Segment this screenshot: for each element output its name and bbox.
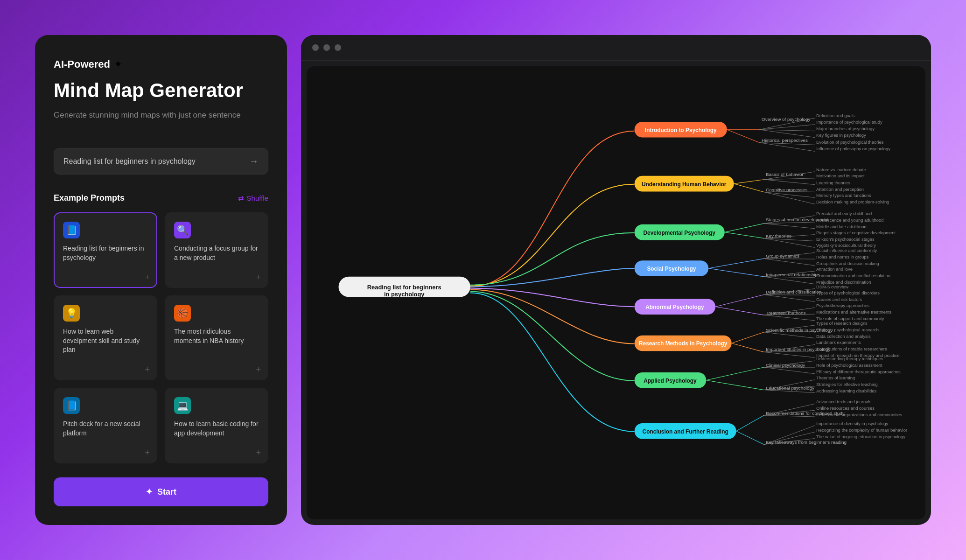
- svg-text:DSM-5 overview: DSM-5 overview: [816, 284, 848, 289]
- svg-text:Educational psychology: Educational psychology: [766, 385, 814, 391]
- svg-text:Nature vs. nurture debate: Nature vs. nurture debate: [816, 167, 866, 172]
- prompt-card-1[interactable]: 📘 Reading list for beginners in psycholo…: [54, 212, 157, 288]
- svg-text:in psychology: in psychology: [384, 291, 425, 298]
- svg-text:Major branches of psychology: Major branches of psychology: [816, 126, 875, 131]
- prompt-text-6: How to learn basic coding for app develo…: [174, 420, 259, 438]
- svg-text:Erikson's psychosocial stages: Erikson's psychosocial stages: [816, 237, 875, 242]
- svg-text:Theories of learning: Theories of learning: [816, 375, 855, 380]
- svg-text:The value of ongoing education: The value of ongoing education in psycho…: [816, 434, 905, 439]
- svg-text:Abnormal Psychology: Abnormal Psychology: [645, 304, 704, 310]
- prompt-card-2[interactable]: 🔍 Conducting a focus group for a new pro…: [165, 212, 268, 288]
- svg-text:Developmental Psychology: Developmental Psychology: [644, 230, 716, 236]
- svg-text:Professional organizations and: Professional organizations and communiti…: [816, 412, 902, 417]
- window-dot-2: [323, 44, 330, 51]
- svg-text:Advanced texts and journals: Advanced texts and journals: [816, 399, 871, 404]
- window-bar: [301, 35, 931, 61]
- svg-text:Social Psychology: Social Psychology: [647, 266, 696, 272]
- prompt-text-5: Pitch deck for a new social platform: [63, 420, 148, 438]
- shuffle-icon: ⇄: [238, 194, 244, 203]
- window-dot-3: [335, 44, 341, 51]
- brand-text: AI-Powered: [54, 58, 110, 70]
- svg-text:Overview of psychology: Overview of psychology: [762, 117, 811, 122]
- plus-icon-1: +: [145, 273, 150, 282]
- svg-text:Key theories: Key theories: [766, 233, 791, 238]
- svg-text:Social influence and conformit: Social influence and conformity: [816, 248, 877, 253]
- svg-text:Types of psychological disorde: Types of psychological disorders: [816, 290, 880, 295]
- right-panel: Reading list for beginners in psychology…: [301, 35, 931, 525]
- svg-text:Key figures in psychology: Key figures in psychology: [816, 133, 866, 138]
- svg-text:Efficacy of different therapeu: Efficacy of different therapeutic approa…: [816, 369, 901, 374]
- brand-line: AI-Powered ✦: [54, 58, 268, 70]
- mindmap-container[interactable]: Reading list for beginners in psychology…: [307, 66, 925, 519]
- svg-text:Clinical psychology: Clinical psychology: [766, 363, 805, 368]
- svg-text:Evolution of psychological the: Evolution of psychological theories: [816, 140, 884, 145]
- start-label: Start: [157, 487, 176, 497]
- svg-text:Importance of psychological st: Importance of psychological study: [816, 119, 882, 125]
- prompt-input-area[interactable]: →: [54, 148, 268, 175]
- svg-text:Piaget's stages of cognitive d: Piaget's stages of cognitive development: [816, 230, 896, 235]
- svg-text:Conclusion and Further Reading: Conclusion and Further Reading: [643, 428, 728, 435]
- svg-text:Importance of diversity in psy: Importance of diversity in psychology: [816, 421, 889, 426]
- plus-icon-6: +: [256, 448, 261, 458]
- window-dot-1: [312, 44, 319, 51]
- svg-text:Communication and conflict res: Communication and conflict resolution: [816, 273, 890, 278]
- svg-text:Data collection and analysis: Data collection and analysis: [816, 334, 871, 339]
- svg-text:Historical perspectives: Historical perspectives: [762, 138, 808, 143]
- svg-text:Causes and risk factors: Causes and risk factors: [816, 297, 862, 302]
- prompt-card-6[interactable]: 💻 How to learn basic coding for app deve…: [165, 388, 268, 463]
- svg-text:Roles and norms in groups: Roles and norms in groups: [816, 254, 869, 259]
- shuffle-button[interactable]: ⇄ Shuffle: [238, 194, 268, 203]
- prompt-text-2: Conducting a focus group for a new produ…: [174, 244, 259, 262]
- svg-text:Attraction and love: Attraction and love: [816, 266, 853, 272]
- svg-text:Addressing learning disabiliti: Addressing learning disabilities: [816, 388, 876, 393]
- prompt-text-4: The most ridiculous moments in NBA histo…: [174, 327, 259, 345]
- svg-text:Learning theories: Learning theories: [816, 180, 850, 185]
- prompt-card-5[interactable]: 📘 Pitch deck for a new social platform +: [54, 388, 157, 463]
- prompt-text-3: How to learn web develpment skill and st…: [63, 327, 148, 355]
- prompt-icon-6: 💻: [174, 397, 191, 414]
- prompts-grid: 📘 Reading list for beginners in psycholo…: [54, 212, 268, 463]
- svg-text:Psychotherapy approaches: Psychotherapy approaches: [816, 303, 869, 308]
- prompt-input[interactable]: [63, 157, 249, 166]
- svg-text:Contributions of notable resea: Contributions of notable researchers: [816, 346, 887, 351]
- svg-text:Groupthink and decision making: Groupthink and decision making: [816, 261, 879, 266]
- svg-text:Middle and late adulthood: Middle and late adulthood: [816, 224, 867, 229]
- svg-text:Definition and classification: Definition and classification: [766, 289, 821, 294]
- svg-text:Applied Psychology: Applied Psychology: [644, 378, 697, 384]
- svg-text:Medications and alternative tr: Medications and alternative treatments: [816, 309, 892, 315]
- svg-text:Influence of philosophy on psy: Influence of philosophy on psychology: [816, 146, 890, 151]
- prompt-icon-1: 📘: [63, 222, 80, 238]
- svg-text:Strategies for effective teach: Strategies for effective teaching: [816, 382, 878, 387]
- section-header: Example Prompts ⇄ Shuffle: [54, 193, 268, 203]
- mindmap-svg: Reading list for beginners in psychology…: [307, 66, 925, 519]
- start-button[interactable]: ✦ Start: [54, 477, 268, 506]
- svg-text:Role of psychological assessme: Role of psychological assessment: [816, 363, 882, 368]
- svg-text:Definition and goals: Definition and goals: [816, 113, 855, 118]
- sparkle-icon: ✦: [114, 58, 122, 70]
- shuffle-label: Shuffle: [247, 194, 268, 202]
- svg-text:Memory types and functions: Memory types and functions: [816, 193, 871, 198]
- plus-icon-3: +: [145, 365, 150, 375]
- star-icon: ✦: [146, 487, 153, 497]
- svg-text:Understanding therapy techniqu: Understanding therapy techniques: [816, 356, 883, 361]
- svg-text:Key takeaways from beginner's : Key takeaways from beginner's reading: [766, 440, 847, 445]
- prompt-icon-3: 💡: [63, 305, 80, 322]
- svg-text:Research Methods in Psychology: Research Methods in Psychology: [639, 340, 728, 347]
- plus-icon-4: +: [256, 365, 261, 375]
- prompt-text-1: Reading list for beginners in psychology: [63, 244, 148, 262]
- svg-text:Landmark experiments: Landmark experiments: [816, 340, 861, 345]
- svg-text:Reading list for beginners: Reading list for beginners: [367, 284, 441, 291]
- prompt-card-4[interactable]: 🏀 The most ridiculous moments in NBA his…: [165, 295, 268, 380]
- plus-icon-2: +: [256, 273, 261, 282]
- app-subtitle: Generate stunning mind maps with just on…: [54, 111, 268, 120]
- svg-text:Adolescence and young adulthoo: Adolescence and young adulthood: [816, 217, 883, 223]
- svg-text:Motivation and its impact: Motivation and its impact: [816, 173, 865, 178]
- submit-arrow-icon[interactable]: →: [249, 156, 259, 167]
- plus-icon-5: +: [145, 448, 150, 458]
- prompt-icon-5: 📘: [63, 397, 80, 414]
- svg-text:Understanding Human Behavior: Understanding Human Behavior: [642, 181, 727, 188]
- prompt-icon-2: 🔍: [174, 222, 191, 238]
- svg-text:Vygotsky's sociocultural theor: Vygotsky's sociocultural theory: [816, 243, 876, 248]
- prompt-card-3[interactable]: 💡 How to learn web develpment skill and …: [54, 295, 157, 380]
- svg-text:Types of research designs: Types of research designs: [816, 321, 868, 326]
